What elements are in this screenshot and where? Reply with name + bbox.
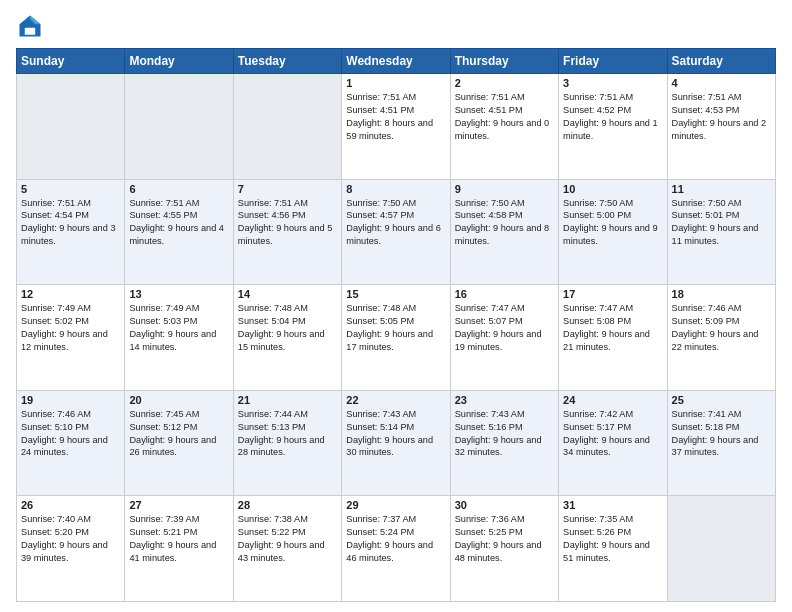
day-info: Sunrise: 7:47 AM Sunset: 5:07 PM Dayligh…	[455, 302, 554, 354]
day-header-monday: Monday	[125, 49, 233, 74]
day-info: Sunrise: 7:50 AM Sunset: 5:00 PM Dayligh…	[563, 197, 662, 249]
day-info: Sunrise: 7:46 AM Sunset: 5:09 PM Dayligh…	[672, 302, 771, 354]
day-info: Sunrise: 7:44 AM Sunset: 5:13 PM Dayligh…	[238, 408, 337, 460]
calendar-cell: 2Sunrise: 7:51 AM Sunset: 4:51 PM Daylig…	[450, 74, 558, 180]
day-number: 21	[238, 394, 337, 406]
day-info: Sunrise: 7:48 AM Sunset: 5:05 PM Dayligh…	[346, 302, 445, 354]
day-info: Sunrise: 7:39 AM Sunset: 5:21 PM Dayligh…	[129, 513, 228, 565]
calendar-cell: 29Sunrise: 7:37 AM Sunset: 5:24 PM Dayli…	[342, 496, 450, 602]
day-info: Sunrise: 7:46 AM Sunset: 5:10 PM Dayligh…	[21, 408, 120, 460]
day-number: 18	[672, 288, 771, 300]
calendar-cell	[667, 496, 775, 602]
calendar-cell: 11Sunrise: 7:50 AM Sunset: 5:01 PM Dayli…	[667, 179, 775, 285]
calendar-cell: 30Sunrise: 7:36 AM Sunset: 5:25 PM Dayli…	[450, 496, 558, 602]
calendar-cell: 4Sunrise: 7:51 AM Sunset: 4:53 PM Daylig…	[667, 74, 775, 180]
day-info: Sunrise: 7:35 AM Sunset: 5:26 PM Dayligh…	[563, 513, 662, 565]
day-number: 19	[21, 394, 120, 406]
day-header-friday: Friday	[559, 49, 667, 74]
day-number: 16	[455, 288, 554, 300]
day-header-saturday: Saturday	[667, 49, 775, 74]
day-number: 17	[563, 288, 662, 300]
calendar-cell: 26Sunrise: 7:40 AM Sunset: 5:20 PM Dayli…	[17, 496, 125, 602]
day-header-tuesday: Tuesday	[233, 49, 341, 74]
day-header-wednesday: Wednesday	[342, 49, 450, 74]
day-info: Sunrise: 7:50 AM Sunset: 4:57 PM Dayligh…	[346, 197, 445, 249]
day-number: 23	[455, 394, 554, 406]
calendar-week-2: 5Sunrise: 7:51 AM Sunset: 4:54 PM Daylig…	[17, 179, 776, 285]
day-info: Sunrise: 7:40 AM Sunset: 5:20 PM Dayligh…	[21, 513, 120, 565]
calendar-cell: 8Sunrise: 7:50 AM Sunset: 4:57 PM Daylig…	[342, 179, 450, 285]
calendar-cell	[233, 74, 341, 180]
day-number: 6	[129, 183, 228, 195]
svg-rect-2	[25, 28, 36, 35]
calendar-cell: 10Sunrise: 7:50 AM Sunset: 5:00 PM Dayli…	[559, 179, 667, 285]
day-number: 2	[455, 77, 554, 89]
page: SundayMondayTuesdayWednesdayThursdayFrid…	[0, 0, 792, 612]
day-number: 24	[563, 394, 662, 406]
day-number: 10	[563, 183, 662, 195]
day-info: Sunrise: 7:51 AM Sunset: 4:51 PM Dayligh…	[455, 91, 554, 143]
day-header-sunday: Sunday	[17, 49, 125, 74]
day-info: Sunrise: 7:36 AM Sunset: 5:25 PM Dayligh…	[455, 513, 554, 565]
day-number: 4	[672, 77, 771, 89]
day-number: 22	[346, 394, 445, 406]
day-number: 28	[238, 499, 337, 511]
calendar-table: SundayMondayTuesdayWednesdayThursdayFrid…	[16, 48, 776, 602]
day-number: 5	[21, 183, 120, 195]
calendar-cell: 3Sunrise: 7:51 AM Sunset: 4:52 PM Daylig…	[559, 74, 667, 180]
day-info: Sunrise: 7:45 AM Sunset: 5:12 PM Dayligh…	[129, 408, 228, 460]
day-info: Sunrise: 7:38 AM Sunset: 5:22 PM Dayligh…	[238, 513, 337, 565]
calendar-cell: 23Sunrise: 7:43 AM Sunset: 5:16 PM Dayli…	[450, 390, 558, 496]
day-number: 7	[238, 183, 337, 195]
day-info: Sunrise: 7:48 AM Sunset: 5:04 PM Dayligh…	[238, 302, 337, 354]
calendar-cell: 24Sunrise: 7:42 AM Sunset: 5:17 PM Dayli…	[559, 390, 667, 496]
calendar-cell: 31Sunrise: 7:35 AM Sunset: 5:26 PM Dayli…	[559, 496, 667, 602]
calendar-cell: 22Sunrise: 7:43 AM Sunset: 5:14 PM Dayli…	[342, 390, 450, 496]
calendar-week-1: 1Sunrise: 7:51 AM Sunset: 4:51 PM Daylig…	[17, 74, 776, 180]
calendar-cell: 5Sunrise: 7:51 AM Sunset: 4:54 PM Daylig…	[17, 179, 125, 285]
calendar-cell: 14Sunrise: 7:48 AM Sunset: 5:04 PM Dayli…	[233, 285, 341, 391]
day-info: Sunrise: 7:43 AM Sunset: 5:16 PM Dayligh…	[455, 408, 554, 460]
day-number: 26	[21, 499, 120, 511]
calendar-cell: 16Sunrise: 7:47 AM Sunset: 5:07 PM Dayli…	[450, 285, 558, 391]
day-info: Sunrise: 7:50 AM Sunset: 5:01 PM Dayligh…	[672, 197, 771, 249]
calendar-cell: 21Sunrise: 7:44 AM Sunset: 5:13 PM Dayli…	[233, 390, 341, 496]
day-info: Sunrise: 7:51 AM Sunset: 4:53 PM Dayligh…	[672, 91, 771, 143]
day-info: Sunrise: 7:37 AM Sunset: 5:24 PM Dayligh…	[346, 513, 445, 565]
calendar-week-3: 12Sunrise: 7:49 AM Sunset: 5:02 PM Dayli…	[17, 285, 776, 391]
calendar-cell: 1Sunrise: 7:51 AM Sunset: 4:51 PM Daylig…	[342, 74, 450, 180]
calendar-cell: 20Sunrise: 7:45 AM Sunset: 5:12 PM Dayli…	[125, 390, 233, 496]
day-info: Sunrise: 7:49 AM Sunset: 5:03 PM Dayligh…	[129, 302, 228, 354]
day-number: 8	[346, 183, 445, 195]
day-info: Sunrise: 7:51 AM Sunset: 4:51 PM Dayligh…	[346, 91, 445, 143]
calendar-header-row: SundayMondayTuesdayWednesdayThursdayFrid…	[17, 49, 776, 74]
calendar-cell: 25Sunrise: 7:41 AM Sunset: 5:18 PM Dayli…	[667, 390, 775, 496]
day-info: Sunrise: 7:51 AM Sunset: 4:56 PM Dayligh…	[238, 197, 337, 249]
calendar-week-4: 19Sunrise: 7:46 AM Sunset: 5:10 PM Dayli…	[17, 390, 776, 496]
day-number: 9	[455, 183, 554, 195]
calendar-cell: 6Sunrise: 7:51 AM Sunset: 4:55 PM Daylig…	[125, 179, 233, 285]
day-info: Sunrise: 7:51 AM Sunset: 4:52 PM Dayligh…	[563, 91, 662, 143]
day-number: 12	[21, 288, 120, 300]
day-info: Sunrise: 7:41 AM Sunset: 5:18 PM Dayligh…	[672, 408, 771, 460]
calendar-cell: 7Sunrise: 7:51 AM Sunset: 4:56 PM Daylig…	[233, 179, 341, 285]
day-info: Sunrise: 7:43 AM Sunset: 5:14 PM Dayligh…	[346, 408, 445, 460]
calendar-cell: 12Sunrise: 7:49 AM Sunset: 5:02 PM Dayli…	[17, 285, 125, 391]
calendar-cell: 28Sunrise: 7:38 AM Sunset: 5:22 PM Dayli…	[233, 496, 341, 602]
day-number: 3	[563, 77, 662, 89]
calendar-cell	[125, 74, 233, 180]
day-number: 15	[346, 288, 445, 300]
calendar-cell: 18Sunrise: 7:46 AM Sunset: 5:09 PM Dayli…	[667, 285, 775, 391]
calendar-cell: 17Sunrise: 7:47 AM Sunset: 5:08 PM Dayli…	[559, 285, 667, 391]
day-number: 20	[129, 394, 228, 406]
logo	[16, 12, 48, 40]
day-info: Sunrise: 7:49 AM Sunset: 5:02 PM Dayligh…	[21, 302, 120, 354]
calendar-week-5: 26Sunrise: 7:40 AM Sunset: 5:20 PM Dayli…	[17, 496, 776, 602]
day-header-thursday: Thursday	[450, 49, 558, 74]
day-info: Sunrise: 7:50 AM Sunset: 4:58 PM Dayligh…	[455, 197, 554, 249]
header	[16, 12, 776, 40]
day-number: 11	[672, 183, 771, 195]
logo-icon	[16, 12, 44, 40]
calendar-cell: 27Sunrise: 7:39 AM Sunset: 5:21 PM Dayli…	[125, 496, 233, 602]
day-number: 25	[672, 394, 771, 406]
